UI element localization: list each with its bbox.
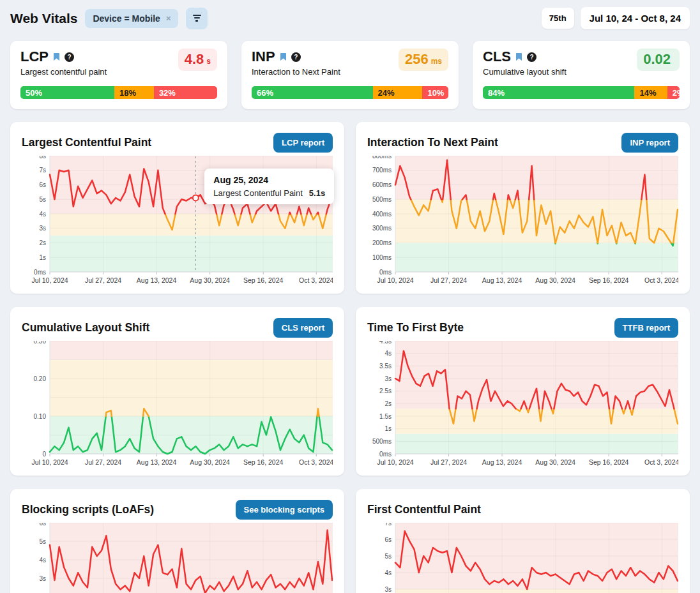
svg-text:Aug 30, 2024: Aug 30, 2024 (535, 458, 575, 466)
svg-text:4s: 4s (39, 211, 46, 218)
metric-value-badge: 256 ms (399, 49, 448, 71)
svg-text:Sep 16, 2024: Sep 16, 2024 (243, 276, 284, 284)
help-icon[interactable]: ? (527, 52, 536, 62)
svg-text:300ms: 300ms (372, 225, 392, 232)
metric-abbr: CLS (483, 49, 511, 65)
svg-text:500ms: 500ms (372, 438, 392, 445)
ttfb-chart-card: Time To First Byte TTFB report 4.5s4s3.5… (356, 307, 690, 476)
cls-chart-report-button[interactable]: CLS report (273, 318, 333, 338)
svg-text:Aug 30, 2024: Aug 30, 2024 (535, 276, 575, 284)
metric-subtitle: Interaction to Next Paint (252, 67, 340, 77)
bar-segment-green: 50% (20, 86, 114, 99)
charts-grid: Largest Contentful Paint LCP report Aug … (10, 122, 690, 593)
svg-text:Jul 10, 2024: Jul 10, 2024 (377, 458, 413, 466)
inp-chart-report-button[interactable]: INP report (621, 133, 678, 153)
svg-text:7s: 7s (384, 523, 392, 527)
svg-text:3s: 3s (39, 225, 46, 232)
svg-text:500ms: 500ms (372, 196, 392, 203)
metric-unit: ms (431, 57, 442, 66)
bar-segment-orange: 14% (634, 86, 667, 99)
filter-chip-device[interactable]: Device = Mobile × (85, 9, 178, 28)
metric-abbr: INP (252, 49, 275, 65)
loaf-chart-report-button[interactable]: See blocking scripts (236, 500, 333, 520)
svg-text:7s: 7s (39, 167, 46, 174)
percentile-selector[interactable]: 75th (542, 8, 574, 29)
svg-text:100ms: 100ms (372, 254, 392, 261)
svg-text:Aug 30, 2024: Aug 30, 2024 (190, 458, 230, 466)
svg-text:0.10: 0.10 (34, 413, 47, 420)
svg-text:Oct 3, 2024: Oct 3, 2024 (299, 458, 333, 466)
filter-button[interactable] (186, 8, 208, 29)
cls-chart-plot[interactable]: 0.300.200.100Jul 10, 2024Jul 27, 2024Aug… (22, 341, 333, 469)
svg-text:400ms: 400ms (372, 211, 392, 218)
svg-text:Jul 10, 2024: Jul 10, 2024 (31, 458, 68, 466)
ttfb-chart-plot[interactable]: 4.5s4s3.5s3s2.5s2s1.5s1s500ms0msJul 10, … (367, 341, 678, 469)
svg-text:2s: 2s (39, 239, 46, 246)
svg-text:6s: 6s (384, 536, 392, 543)
svg-text:4s: 4s (39, 557, 46, 564)
tooltip-value: 5.1s (309, 188, 325, 198)
svg-text:600ms: 600ms (372, 181, 392, 188)
svg-text:Sep 16, 2024: Sep 16, 2024 (589, 276, 629, 284)
metric-distribution-bar: 50%18%32% (20, 86, 217, 99)
metric-subtitle: Largest contentful paint (20, 67, 107, 77)
svg-text:5s: 5s (39, 538, 46, 545)
svg-text:Aug 13, 2024: Aug 13, 2024 (137, 458, 177, 466)
svg-text:Oct 3, 2024: Oct 3, 2024 (299, 276, 333, 284)
page-title: Web Vitals (10, 11, 77, 26)
lcp-chart-plot[interactable]: Aug 25, 2024Largest Contentful Paint5.1s… (22, 156, 333, 287)
svg-text:2.5s: 2.5s (379, 387, 392, 394)
svg-text:Jul 10, 2024: Jul 10, 2024 (31, 276, 68, 284)
svg-text:5s: 5s (384, 553, 392, 560)
metric-card-inp: INP ? Interaction to Next Paint 256 ms 6… (241, 41, 459, 109)
svg-text:8s: 8s (39, 156, 46, 160)
svg-text:6s: 6s (39, 523, 46, 527)
svg-text:0ms: 0ms (379, 451, 392, 458)
svg-text:Jul 27, 2024: Jul 27, 2024 (85, 458, 121, 466)
svg-text:0.20: 0.20 (34, 375, 47, 382)
chart-title: Blocking scripts (LoAFs) (22, 503, 154, 516)
funnel-icon (193, 15, 201, 16)
bookmark-icon[interactable] (280, 52, 287, 61)
metric-value-badge: 4.8 s (178, 49, 217, 71)
fcp-chart-plot[interactable]: 7s6s5s4s3s2s1s0msJul 10, 2024Jul 27, 202… (367, 523, 678, 593)
svg-text:3s: 3s (384, 375, 392, 382)
tooltip-date: Aug 25, 2024 (213, 175, 325, 185)
chart-title: Time To First Byte (367, 321, 464, 334)
bookmark-icon[interactable] (515, 52, 522, 61)
bar-segment-orange: 18% (114, 86, 154, 99)
ttfb-chart-report-button[interactable]: TTFB report (614, 318, 678, 338)
svg-text:5s: 5s (39, 196, 46, 203)
date-range-selector[interactable]: Jul 10, 24 - Oct 8, 24 (581, 7, 690, 29)
metric-abbr: LCP (20, 49, 49, 65)
tooltip-label: Largest Contentful Paint (213, 188, 302, 198)
metric-subtitle: Cumulative layout shift (483, 67, 567, 77)
svg-text:0ms: 0ms (34, 269, 46, 276)
svg-text:Jul 27, 2024: Jul 27, 2024 (85, 276, 121, 284)
inp-chart-card: Interaction To Next Paint INP report 800… (356, 122, 690, 294)
inp-chart-plot[interactable]: 800ms700ms600ms500ms400ms300ms200ms100ms… (367, 156, 678, 287)
bar-segment-red: 10% (422, 86, 448, 99)
svg-text:Aug 30, 2024: Aug 30, 2024 (190, 276, 230, 284)
bar-segment-red: 2% (667, 86, 680, 99)
svg-text:Jul 27, 2024: Jul 27, 2024 (430, 276, 467, 284)
svg-text:2s: 2s (384, 400, 392, 407)
help-icon[interactable]: ? (291, 52, 301, 62)
filter-chip-label: Device = Mobile (93, 13, 160, 24)
bookmark-icon[interactable] (53, 52, 60, 61)
metric-value: 0.02 (643, 51, 671, 68)
svg-text:Aug 13, 2024: Aug 13, 2024 (482, 276, 522, 284)
help-icon[interactable]: ? (65, 52, 74, 62)
svg-text:0: 0 (42, 451, 46, 458)
svg-text:Sep 16, 2024: Sep 16, 2024 (589, 458, 629, 466)
svg-text:Aug 13, 2024: Aug 13, 2024 (482, 458, 522, 466)
loaf-chart-plot[interactable]: 6s5s4s3s2s1s0msJul 10, 2024Jul 27, 2024A… (22, 523, 333, 593)
chip-close-icon[interactable]: × (166, 13, 171, 23)
bar-segment-green: 84% (483, 86, 634, 99)
cls-chart-card: Cumulative Layout Shift CLS report 0.300… (10, 307, 344, 476)
svg-text:6s: 6s (39, 181, 46, 188)
svg-text:200ms: 200ms (372, 239, 392, 246)
lcp-chart-report-button[interactable]: LCP report (273, 133, 333, 153)
metric-distribution-bar: 84%14%2% (483, 86, 680, 99)
metric-unit: s (206, 57, 211, 66)
